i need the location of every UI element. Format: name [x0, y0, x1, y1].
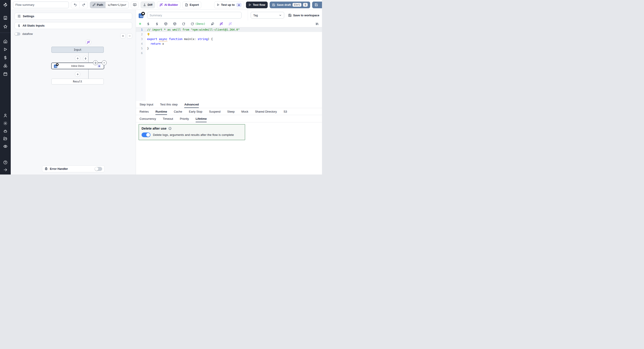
tab-advanced[interactable]: Advanced	[184, 101, 199, 108]
tab-timeout[interactable]: Timeout	[163, 115, 173, 122]
docs-button[interactable]	[131, 1, 139, 8]
delete-after-use-toggle[interactable]	[142, 132, 150, 137]
flow-node-result[interactable]: Result	[52, 79, 104, 84]
folders-icon[interactable]	[3, 137, 8, 141]
wand-sparkles-icon	[160, 3, 163, 6]
help-icon[interactable]	[3, 160, 8, 165]
ai-flow-builder-node[interactable]	[86, 39, 91, 45]
favorites-star-icon[interactable]	[3, 24, 8, 29]
ai-fix-wand-icon[interactable]	[228, 22, 232, 25]
save-icon	[272, 3, 275, 6]
test-up-to-step-badge: a	[236, 3, 242, 7]
play-icon	[248, 3, 251, 6]
error-handler-toggle[interactable]	[94, 167, 102, 171]
code-line[interactable]: 3 export async function main(x: string) …	[136, 37, 322, 41]
format-feather-icon[interactable]	[211, 22, 214, 25]
package-icon[interactable]	[164, 22, 168, 25]
flow-summary-input[interactable]	[13, 1, 69, 8]
tab-suspend[interactable]: Suspend	[209, 108, 220, 115]
user-icon[interactable]	[3, 113, 8, 118]
test-flow-button[interactable]: Test flow	[246, 1, 268, 8]
dataflow-toggle[interactable]	[14, 32, 20, 35]
code-line[interactable]: 4 return x	[136, 41, 322, 46]
export-button[interactable]: Export	[182, 1, 201, 8]
expand-arrow-icon[interactable]	[3, 168, 8, 172]
error-handler-card[interactable]: Error Handler	[42, 165, 105, 172]
sliders-icon	[18, 14, 21, 18]
save-to-workspace-button[interactable]: Save to workspace	[288, 14, 319, 17]
reload-icon[interactable]	[182, 22, 185, 25]
code-line[interactable]: 5 }	[136, 46, 322, 51]
line-number: 6	[136, 51, 143, 55]
variables-dollar-icon[interactable]	[3, 56, 8, 60]
save-draft-button[interactable]: Save draftCtrlS	[270, 1, 310, 8]
edge-input-step	[88, 53, 88, 62]
tab-priority[interactable]: Priority	[180, 115, 189, 122]
tab-concurrency[interactable]: Concurrency	[140, 115, 156, 122]
code-line[interactable]: 1 // import * as wmill from "npm:windmil…	[136, 27, 322, 32]
delete-step-button[interactable]	[102, 60, 107, 65]
status-dot	[139, 23, 141, 25]
add-step-button-bottom[interactable]	[75, 71, 80, 77]
reload-deno-icon[interactable]	[191, 22, 194, 25]
tab-lifetime[interactable]: Lifetime	[196, 115, 207, 122]
delete-after-use-title: Delete after use	[142, 126, 166, 130]
tab-step-input[interactable]: Step Input	[140, 101, 154, 108]
ai-builder-button[interactable]: AI Builder	[157, 1, 180, 8]
step-summary-input[interactable]	[147, 12, 242, 18]
tab-mock[interactable]: Mock	[241, 108, 248, 115]
kbd-ctrl: Ctrl	[292, 3, 302, 7]
audit-eye-icon[interactable]	[3, 144, 8, 149]
workspace-icon[interactable]	[3, 16, 8, 20]
tab-runtime[interactable]: Runtime	[156, 108, 167, 115]
home-icon[interactable]	[3, 39, 8, 43]
file-export-icon	[185, 3, 188, 6]
undo-button[interactable]	[71, 2, 80, 8]
tag-select[interactable]: Tag	[251, 12, 284, 18]
path-label: Path	[97, 3, 103, 6]
tab-sleep[interactable]: Sleep	[227, 108, 234, 115]
runs-play-icon[interactable]	[3, 47, 8, 51]
move-step-handle[interactable]	[93, 60, 98, 65]
bug-icon	[44, 167, 48, 170]
tab-s3[interactable]: S3	[284, 108, 287, 115]
code-line[interactable]: 6	[136, 51, 322, 55]
flow-node-inline-deno[interactable]: TS Inline Deno a	[51, 62, 104, 69]
test-up-to-button[interactable]: Test up toa	[214, 1, 244, 8]
tab-cache[interactable]: Cache	[174, 108, 182, 115]
path-button[interactable]: Path u/henri/pur	[90, 1, 129, 8]
lightbulb-icon[interactable]	[147, 33, 150, 36]
zoom-out-button[interactable]	[127, 33, 132, 38]
resource-picker-icon[interactable]	[156, 22, 158, 25]
zoom-in-button[interactable]	[120, 33, 126, 38]
tab-test-this-step[interactable]: Test this step	[160, 101, 178, 108]
redo-button[interactable]	[80, 2, 88, 8]
workers-robot-icon[interactable]	[3, 129, 8, 133]
library-icon[interactable]	[316, 22, 319, 25]
tab-retries[interactable]: Retries	[140, 108, 149, 115]
settings-label: Settings	[23, 14, 34, 18]
tab-shared-directory[interactable]: Shared Directory	[255, 108, 277, 115]
settings-gear-icon[interactable]	[3, 121, 8, 126]
add-trigger-bolt-button[interactable]	[83, 56, 88, 61]
variable-picker-icon[interactable]	[147, 22, 150, 25]
line-number: 1	[136, 27, 143, 32]
info-icon[interactable]	[168, 127, 172, 130]
schedules-calendar-icon[interactable]	[3, 72, 8, 76]
add-step-button-top[interactable]	[75, 56, 80, 61]
windmill-logo-icon[interactable]	[2, 2, 8, 8]
graph-zoom-controls	[120, 33, 132, 38]
code-editor[interactable]: 1 // import * as wmill from "npm:windmil…	[136, 27, 322, 101]
ai-assist-wand-icon[interactable]	[220, 22, 223, 25]
flow-node-input[interactable]: Input	[52, 47, 104, 53]
resources-boxes-icon[interactable]	[3, 64, 8, 68]
diff-button[interactable]: Diff	[141, 1, 155, 8]
windmill-flow-editor: Path u/henri/pur Diff AI Builder Export …	[0, 0, 322, 174]
settings-card[interactable]: Settings	[14, 13, 132, 20]
deploy-button[interactable]	[312, 1, 322, 8]
all-static-inputs-card[interactable]: All Static Inputs	[14, 22, 132, 29]
tab-early-stop[interactable]: Early Stop	[189, 108, 202, 115]
package-icon[interactable]	[173, 22, 176, 25]
editor-toolbar: (Deno)	[136, 20, 322, 27]
code-line[interactable]: 2	[136, 32, 322, 37]
